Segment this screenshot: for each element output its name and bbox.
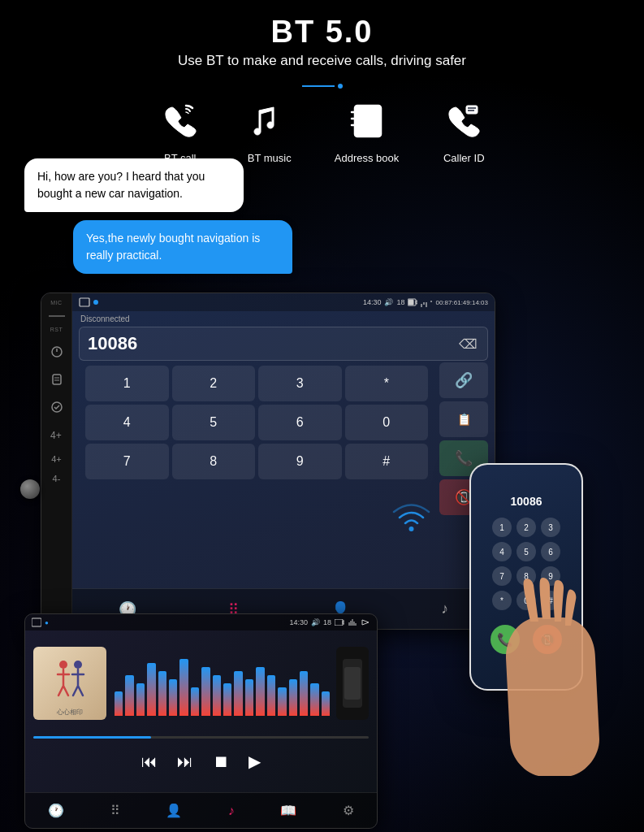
caller-id-label: Caller ID [443, 152, 485, 164]
key-0[interactable]: 0 [345, 405, 429, 440]
contacts-button[interactable]: 📋 [439, 401, 488, 437]
key-9[interactable]: 9 [258, 444, 342, 479]
status-volume-icon: 🔊 [384, 298, 393, 306]
eq-bar [158, 671, 166, 716]
key-6[interactable]: 6 [258, 405, 342, 440]
key-5[interactable]: 5 [172, 405, 256, 440]
status-right: 14:30 🔊 18 00:87:61:49:14:03 [363, 297, 488, 308]
page-title: BT 5.0 [0, 15, 644, 50]
svg-rect-10 [53, 375, 61, 384]
feature-bt-music: BT music [245, 97, 294, 164]
phone-display: 10086 ⌫ [79, 327, 488, 361]
wifi-overlay-icon [389, 500, 434, 544]
music-content: 心心相印 [25, 630, 377, 736]
eq-bar [147, 663, 155, 716]
status-left [79, 297, 98, 308]
stop-button[interactable]: ⏹ [213, 752, 229, 771]
eq-bar [201, 667, 210, 716]
mac-address: 00:87:61:49:14:03 [435, 299, 488, 306]
music-battery: 18 [323, 618, 331, 626]
key-*[interactable]: * [345, 366, 429, 401]
key-4[interactable]: 4 [85, 405, 169, 440]
nav-music-icon[interactable]: ♪ [441, 600, 448, 618]
eq-bar [300, 671, 308, 716]
keypad-section: 123*4560789# [79, 362, 434, 515]
svg-point-18 [409, 526, 414, 531]
key-2[interactable]: 2 [172, 366, 256, 401]
svg-rect-20 [335, 619, 343, 626]
music-nav-clock[interactable]: 🕐 [48, 803, 64, 818]
features-row: BT call BT music Address book [0, 97, 644, 164]
music-status-bar: ● 14:30 🔊 18 [25, 614, 377, 630]
album-label: 心心相印 [33, 708, 106, 717]
eq-bar [223, 683, 231, 716]
svg-rect-17 [408, 300, 413, 305]
phone-number: 10086 [88, 333, 456, 354]
status-bar: 14:30 🔊 18 00:87:61:49:14:03 [72, 293, 495, 311]
phone-key-2[interactable]: 2 [516, 518, 536, 537]
phone-key-1[interactable]: 1 [492, 518, 512, 537]
music-bottom-nav: 🕐 ⠿ 👤 ♪ 📖 ⚙ [25, 792, 377, 828]
eq-bar [234, 671, 242, 716]
svg-rect-16 [416, 301, 417, 304]
address-book-icon [343, 97, 391, 145]
music-nav-settings[interactable]: ⚙ [343, 803, 354, 818]
svg-point-22 [59, 661, 67, 669]
backspace-button[interactable]: ⌫ [456, 332, 479, 355]
sent-message: Yes,the newly bought navigation is reall… [73, 220, 292, 274]
album-art: 心心相印 [33, 647, 106, 720]
hand-holding-phone [465, 577, 628, 780]
eq-bar [278, 687, 286, 716]
link-button[interactable]: 🔗 [439, 362, 488, 398]
status-battery: 18 [396, 298, 404, 306]
volume-knob[interactable] [20, 479, 40, 499]
key-8[interactable]: 8 [172, 444, 256, 479]
equalizer [115, 651, 330, 716]
phone-display-number: 10086 [511, 495, 542, 508]
rst-label: RST [50, 327, 63, 332]
key-7[interactable]: 7 [85, 444, 169, 479]
next-button[interactable]: ⏭ [177, 752, 193, 771]
svg-rect-5 [466, 106, 478, 114]
music-nav-music[interactable]: ♪ [228, 804, 235, 818]
phone-key-6[interactable]: 6 [541, 542, 560, 561]
eq-bar [256, 667, 264, 716]
address-book-label: Address book [335, 152, 400, 164]
music-player: ● 14:30 🔊 18 心心相印 [24, 613, 378, 829]
status-time: 14:30 [363, 298, 382, 306]
music-controls: ⏮ ⏭ ⏹ ▶ [25, 743, 377, 779]
play-button[interactable]: ▶ [249, 752, 261, 771]
music-nav-user[interactable]: 👤 [166, 803, 182, 818]
received-message: Hi, how are you? I heard that you bought… [24, 158, 244, 212]
eq-bar [169, 679, 177, 716]
svg-point-1 [363, 114, 373, 124]
prev-button[interactable]: ⏮ [141, 752, 158, 771]
key-3[interactable]: 3 [258, 366, 342, 401]
keypad-actions-layout: 123*4560789# 🔗 📋 📞 📵 [72, 362, 495, 515]
smartphone: 10086 123456789*0# 📞 📵 [453, 455, 603, 764]
feature-bt-call: BT call [156, 97, 205, 164]
phone-key-3[interactable]: 3 [541, 518, 560, 537]
car-radio-unit: MIC RST 4+ 4+ 4- 14:30 🔊 18 [41, 292, 495, 630]
phone-key-5[interactable]: 5 [516, 542, 536, 561]
eq-bar [310, 683, 318, 716]
music-time: 14:30 [289, 618, 308, 626]
eq-bar [289, 679, 297, 716]
eq-bar [267, 675, 275, 716]
svg-rect-19 [32, 618, 41, 626]
side-panel: MIC RST 4+ 4+ 4- [41, 293, 72, 629]
feature-address-book: Address book [335, 97, 400, 164]
svg-rect-21 [343, 621, 344, 624]
eq-bar [213, 675, 221, 716]
music-nav-book[interactable]: 📖 [280, 803, 296, 818]
phone-key-4[interactable]: 4 [492, 542, 512, 561]
music-nav-apps[interactable]: ⠿ [110, 803, 120, 818]
caller-id-icon [439, 97, 488, 145]
eq-bar [125, 675, 133, 716]
bt-call-icon [156, 97, 205, 145]
key-#[interactable]: # [345, 444, 429, 479]
eq-bar [245, 679, 253, 716]
key-1[interactable]: 1 [85, 366, 169, 401]
svg-point-23 [74, 661, 82, 669]
eq-bar [191, 687, 199, 716]
